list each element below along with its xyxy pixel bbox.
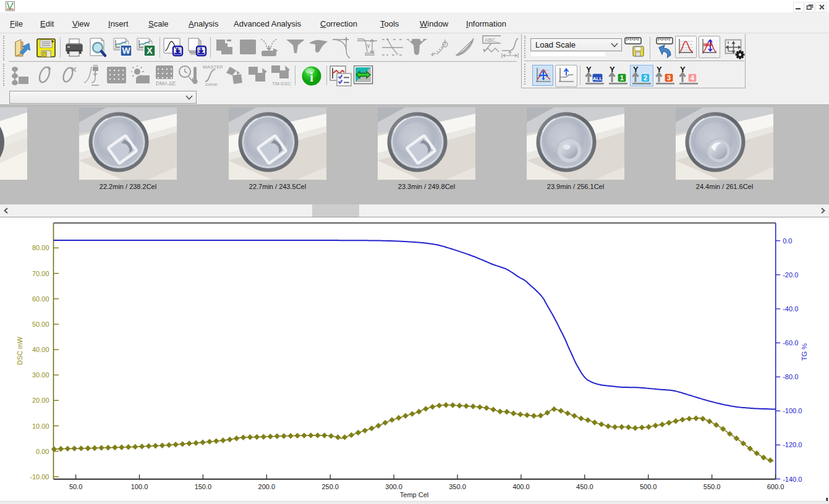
svg-text:450.0: 450.0 — [576, 483, 593, 490]
svg-text:-40.0: -40.0 — [783, 305, 798, 313]
svg-text:Y: Y — [367, 43, 370, 49]
svg-text:2: 2 — [644, 74, 647, 82]
svg-text:i: i — [310, 70, 313, 84]
svg-text:500.0: 500.0 — [640, 483, 657, 490]
svg-text:-80.0: -80.0 — [783, 373, 798, 380]
svg-text:0.0: 0.0 — [783, 237, 792, 245]
svg-text:4: 4 — [691, 74, 695, 82]
svg-text:400.0: 400.0 — [512, 483, 530, 490]
svg-text:50.00: 50.00 — [32, 321, 49, 328]
svg-text:-140.0: -140.0 — [783, 476, 802, 483]
svg-text:0.00: 0.00 — [36, 448, 49, 455]
svg-text:TM-DSC: TM-DSC — [272, 81, 291, 86]
svg-text:3: 3 — [667, 74, 671, 82]
svg-text:30.00: 30.00 — [32, 371, 49, 379]
svg-text:20.00: 20.00 — [32, 397, 49, 404]
svg-text:-100.0: -100.0 — [783, 407, 802, 414]
svg-text:550.0: 550.0 — [704, 483, 721, 490]
svg-text:70.00: 70.00 — [32, 270, 49, 277]
svg-text:-20.0: -20.0 — [783, 271, 798, 279]
svg-text:600.0: 600.0 — [767, 483, 784, 490]
svg-text:50.0: 50.0 — [69, 483, 82, 490]
svg-text:curve: curve — [205, 82, 218, 86]
svg-text:TG %: TG % — [801, 343, 808, 361]
svg-text:DSC mW: DSC mW — [16, 336, 23, 364]
svg-text:150.0: 150.0 — [195, 483, 212, 490]
svg-text:ALL: ALL — [593, 76, 603, 82]
svg-text:MAX: MAX — [704, 43, 713, 47]
svg-text:W: W — [122, 46, 130, 56]
svg-text:1: 1 — [620, 74, 624, 82]
svg-text:60.00: 60.00 — [32, 295, 49, 303]
svg-text:350.0: 350.0 — [449, 483, 466, 490]
svg-text:200.0: 200.0 — [258, 483, 276, 490]
svg-text:ABC_: ABC_ — [485, 37, 499, 44]
svg-text:MASTER: MASTER — [203, 64, 223, 70]
svg-text:-60.0: -60.0 — [783, 339, 798, 346]
svg-text:-120.0: -120.0 — [783, 441, 802, 448]
svg-text:10.00: 10.00 — [32, 422, 49, 430]
svg-text:40.00: 40.00 — [32, 346, 49, 353]
svg-text:DMA ΔE: DMA ΔE — [156, 80, 176, 86]
svg-text:80.00: 80.00 — [32, 244, 49, 251]
svg-text:X: X — [147, 46, 153, 56]
svg-text:Temp Cel: Temp Cel — [400, 491, 428, 498]
svg-text:-10.00: -10.00 — [30, 473, 49, 481]
svg-text:300.0: 300.0 — [385, 483, 402, 490]
svg-text:250.0: 250.0 — [321, 483, 339, 490]
svg-text:100.0: 100.0 — [131, 483, 148, 490]
